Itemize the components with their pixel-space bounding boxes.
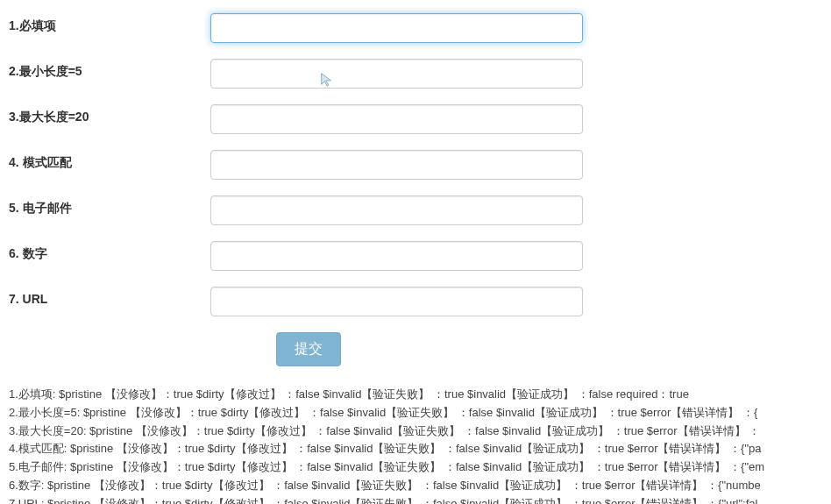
url-input[interactable] [210, 287, 583, 316]
submit-button[interactable]: 提交 [276, 332, 341, 366]
input-wrap [210, 150, 822, 180]
status-line-minlength: 2.最小长度=5: $pristine 【没修改】：true $dirty【修改… [9, 404, 822, 422]
status-line-required: 1.必填项: $pristine 【没修改】：true $dirty【修改过】 … [9, 386, 822, 404]
input-wrap [210, 195, 822, 225]
field-row-email: 5. 电子邮件 [9, 195, 822, 225]
input-wrap [210, 287, 822, 316]
input-wrap [210, 59, 822, 89]
status-line-maxlength: 3.最大长度=20: $pristine 【没修改】：true $dirty【修… [9, 422, 822, 441]
input-wrap [210, 104, 822, 134]
field-label-minlength: 2.最小长度=5 [9, 59, 210, 80]
status-line-number: 6.数字: $pristine 【没修改】：true $dirty【修改过】 ：… [9, 477, 822, 495]
field-row-number: 6. 数字 [9, 241, 822, 271]
status-line-email: 5.电子邮件: $pristine 【没修改】：true $dirty【修改过】… [9, 458, 822, 477]
field-row-minlength: 2.最小长度=5 [9, 59, 822, 89]
field-row-required: 1.必填项 [9, 13, 822, 43]
field-row-pattern: 4. 模式匹配 [9, 150, 822, 180]
status-line-url: 7.URL: $pristine 【没修改】：true $dirty【修改过】 … [9, 495, 822, 504]
status-line-pattern: 4.模式匹配: $pristine 【没修改】：true $dirty【修改过】… [9, 440, 822, 458]
required-input[interactable] [210, 13, 583, 43]
field-label-required: 1.必填项 [9, 13, 210, 34]
input-wrap [210, 241, 822, 271]
pattern-input[interactable] [210, 150, 583, 180]
field-label-url: 7. URL [9, 287, 210, 306]
field-label-pattern: 4. 模式匹配 [9, 150, 210, 171]
field-label-maxlength: 3.最大长度=20 [9, 104, 210, 125]
validation-form: 1.必填项 2.最小长度=5 3.最大长度=20 4. 模式匹配 5. 电子邮件… [9, 13, 822, 366]
field-label-email: 5. 电子邮件 [9, 195, 210, 217]
submit-row: 提交 [9, 332, 822, 366]
number-input[interactable] [210, 241, 583, 271]
field-row-maxlength: 3.最大长度=20 [9, 104, 822, 134]
field-label-number: 6. 数字 [9, 241, 210, 262]
input-wrap [210, 13, 822, 43]
minlength-input[interactable] [210, 59, 583, 89]
field-row-url: 7. URL [9, 287, 822, 316]
email-input[interactable] [210, 195, 583, 225]
status-panel: 1.必填项: $pristine 【没修改】：true $dirty【修改过】 … [9, 386, 822, 504]
maxlength-input[interactable] [210, 104, 583, 134]
